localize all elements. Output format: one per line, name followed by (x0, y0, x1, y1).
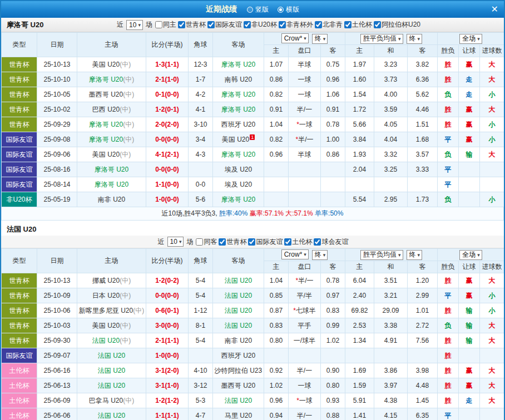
checkbox-input[interactable] (279, 21, 286, 28)
col-type: 类型 (2, 33, 37, 57)
result-goals: 小 (480, 117, 504, 132)
odds-final-select[interactable]: 终▾ (312, 250, 328, 260)
checkbox-input[interactable] (178, 21, 185, 28)
result-goals: 大 (480, 147, 504, 162)
filter-checkbox-4[interactable]: 非青杯外 (279, 20, 313, 29)
filter-checkbox-label: 球会友谊 (321, 237, 348, 247)
result-goals (480, 348, 504, 363)
match-score: 4-1(2-1) (146, 147, 189, 162)
result-outcome: 平 (438, 177, 459, 192)
checkbox-input[interactable] (196, 238, 203, 246)
chevron-down-icon: ▾ (179, 239, 182, 244)
odds-home: 0.82 (264, 132, 289, 147)
result-outcome: 胜 (438, 333, 459, 348)
wdl-final-select[interactable]: 终▾ (407, 250, 423, 260)
recent-count-select[interactable]: 10▾ (167, 237, 184, 247)
filter-checkbox-4[interactable]: 球会友谊 (314, 237, 348, 247)
match-type: 世青杯 (2, 318, 37, 333)
team-name-text: 埃及 U20 (225, 166, 252, 173)
chevron-down-icon: ▾ (323, 36, 326, 42)
close-icon[interactable]: ✕ (491, 5, 498, 14)
match-row: 土伦杯25-06-16法国 U203-1(2-0)4-10沙特阿拉伯 U230.… (2, 363, 504, 378)
filter-checkbox-1[interactable]: 世青杯 (219, 237, 246, 247)
filter-checkbox-7[interactable]: 阿拉伯杯U20 (374, 20, 420, 29)
checkbox-input[interactable] (315, 21, 322, 28)
team-name-text: 摩洛哥 U20 (89, 136, 123, 143)
checkbox-input[interactable] (374, 21, 381, 28)
odds-final-select[interactable]: 终▾ (312, 34, 328, 44)
subcol-header-2: 客 (321, 261, 345, 273)
checkbox-input[interactable] (219, 238, 226, 246)
avg-draw: 4.04 (374, 132, 408, 147)
match-row: 世青杯25-10-05墨西哥 U20(中)0-1(0-0)4-2摩洛哥 U200… (2, 87, 504, 102)
checkbox-input[interactable] (344, 21, 351, 28)
team-section-0: 摩洛哥 U20近10▾场同主世青杯国际友谊非U20杯非青杯外北非青土伦杯阿拉伯杯… (1, 18, 504, 221)
filter-checkbox-2[interactable]: 国际友谊 (248, 237, 283, 247)
odds-handicap: 平/半 (289, 288, 321, 303)
team-name-text: 沙特阿拉伯 U23 (215, 367, 262, 374)
recent-count-select[interactable]: 10▾ (126, 20, 143, 30)
scope-select-value: 全场 (462, 34, 476, 43)
recent-label: 近 (117, 20, 123, 29)
match-row: 世青杯25-10-13挪威 U20(中)1-2(0-2)5-4法国 U201.0… (2, 273, 504, 288)
away-team: 美国 U201 (213, 132, 264, 147)
wdl-average-select[interactable]: 胜平负均值▾ (360, 34, 403, 44)
avg-home: 6.04 (345, 273, 374, 288)
match-date: 25-10-02 (37, 102, 77, 117)
scope-select[interactable]: 全场▾ (459, 34, 482, 44)
odds-away: 0.90 (321, 363, 345, 378)
checkbox-input[interactable] (244, 21, 251, 28)
match-type: 世青杯 (2, 333, 37, 348)
filter-checkbox-3[interactable]: 非U20杯 (244, 20, 277, 29)
filter-checkbox-6[interactable]: 土伦杯 (344, 20, 372, 29)
avg-draw: 3.38 (374, 318, 408, 333)
match-date: 25-06-13 (37, 378, 77, 393)
filter-checkbox-0[interactable]: 同主 (155, 20, 176, 29)
checkbox-input[interactable] (155, 21, 162, 28)
filter-checkbox-5[interactable]: 北非青 (315, 20, 343, 29)
team-name-text: 南非 U20 (225, 337, 252, 344)
radio-horizontal-layout[interactable]: 横版 (278, 5, 299, 14)
checkbox-input[interactable] (284, 238, 291, 246)
checkbox-input[interactable] (314, 238, 321, 246)
corner-count: 5-3 (189, 393, 213, 408)
filter-checkbox-3[interactable]: 土伦杯 (284, 237, 312, 247)
match-date: 25-06-16 (37, 363, 77, 378)
odds-company-select[interactable]: Crow*▾ (281, 249, 309, 259)
avg-home: 3.84 (345, 132, 374, 147)
home-team: 法国 U20 (77, 408, 146, 420)
match-row: 世青杯25-10-10摩洛哥 U20(中)2-1(1-0)1-7南韩 U200.… (2, 72, 504, 87)
neutral-venue-tag: (中) (120, 322, 131, 329)
away-team: 沙特阿拉伯 U23 (213, 363, 264, 378)
avg-away: 6.35 (408, 408, 438, 420)
odds-company-select[interactable]: Crow*▾ (281, 33, 309, 43)
summary-segment: 胜率:40% (219, 209, 247, 218)
corner-count: 12-3 (189, 57, 213, 72)
filter-checkbox-1[interactable]: 世青杯 (178, 20, 206, 29)
away-team: 埃及 U20 (213, 177, 264, 192)
radio-vertical-label: 竖版 (255, 5, 269, 14)
scope-select[interactable]: 全场▾ (459, 250, 482, 260)
result-goals: 小 (480, 87, 504, 102)
match-date: 25-10-13 (37, 273, 77, 288)
odds-away: 0.78 (321, 117, 345, 132)
wdl-average-select[interactable]: 胜平负均值▾ (360, 250, 403, 260)
odds-handicap (289, 348, 321, 363)
avg-draw: 2.95 (374, 192, 408, 207)
checkbox-input[interactable] (248, 238, 255, 246)
wdl-final-select[interactable]: 终▾ (407, 34, 423, 44)
checkbox-input[interactable] (207, 21, 215, 28)
col-away: 客场 (213, 33, 264, 57)
radio-vertical-layout[interactable]: 竖版 (247, 5, 269, 14)
corner-count: 5-4 (189, 288, 213, 303)
match-score: 1-2(1-2) (146, 393, 189, 408)
team-name-text: 法国 U20 (98, 412, 125, 419)
away-team: 法国 U20 (213, 273, 264, 288)
subcol-header-5: 客 (408, 45, 438, 57)
filter-checkbox-2[interactable]: 国际友谊 (207, 20, 242, 29)
filter-checkbox-0[interactable]: 同客 (196, 237, 217, 247)
result-goals: 大 (480, 393, 504, 408)
neutral-venue-tag: (中) (120, 106, 131, 113)
result-handicap (459, 177, 480, 192)
corner-count: 4-2 (189, 87, 213, 102)
